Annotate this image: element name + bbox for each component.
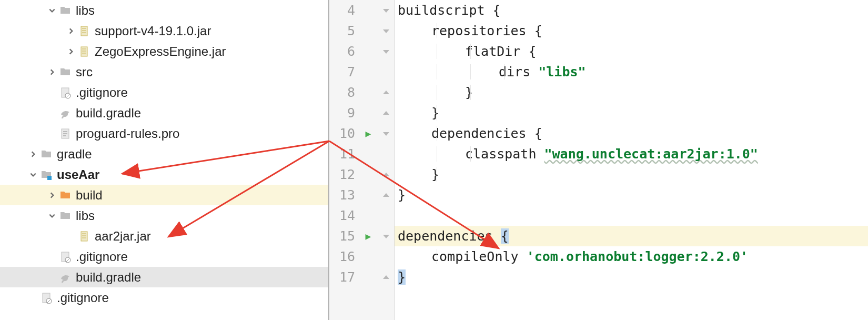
code-token: dirs (499, 64, 538, 79)
fold-gutter-icon[interactable] (378, 82, 394, 103)
fold-gutter-icon[interactable] (378, 185, 394, 205)
jar-icon (78, 25, 90, 37)
code-line[interactable]: dependencies { (395, 123, 868, 144)
folder-icon (40, 148, 53, 161)
code-token: 'com.orhanobut:logger:2.2.0' (527, 249, 748, 264)
folder-icon (59, 66, 72, 78)
code-line[interactable]: dirs "libs" (395, 62, 868, 82)
code-line[interactable]: buildscript { (395, 0, 868, 21)
proguard-rules[interactable]: proguard-rules.pro (0, 123, 328, 144)
gitignore-icon (40, 292, 53, 304)
code-line[interactable]: flatDir { (395, 41, 868, 62)
line-number: 15 (329, 226, 355, 246)
gutter-fold-markers[interactable] (378, 0, 395, 320)
line-number: 12 (329, 164, 355, 185)
jar-icon (78, 230, 90, 243)
tree-item-label: .gitignore (76, 249, 128, 264)
code-editor[interactable]: 4567891011121314151617 ▶▶ buildscript {r… (329, 0, 868, 320)
fold-gutter-icon[interactable] (378, 164, 394, 185)
chevron-right-icon[interactable] (66, 26, 76, 36)
code-line[interactable]: } (395, 103, 868, 123)
tree-item-label: src (76, 65, 93, 79)
line-number: 16 (329, 246, 355, 267)
build-folder[interactable]: build (0, 185, 328, 205)
chevron-right-icon[interactable] (47, 191, 57, 200)
svg-rect-0 (81, 26, 87, 36)
line-number: 6 (329, 41, 355, 62)
code-token: "libs" (538, 64, 586, 79)
tree-item-label: build.gradle (76, 106, 141, 121)
fold-gutter-icon (378, 246, 394, 267)
line-number: 11 (329, 144, 355, 164)
gitignore-icon (59, 86, 72, 99)
chevron-down-icon[interactable] (47, 6, 57, 15)
fold-gutter-icon[interactable] (378, 267, 394, 287)
chevron-down-icon[interactable] (28, 170, 38, 179)
code-token: } (465, 85, 473, 100)
libs-folder[interactable]: libs (0, 0, 328, 21)
gradle-folder[interactable]: gradle (0, 144, 328, 164)
tree-item-label: ZegoExpressEngine.jar (95, 44, 226, 59)
build-gradle-2[interactable]: build.gradle (0, 267, 328, 287)
code-line[interactable]: } (395, 267, 868, 287)
code-line[interactable]: } (395, 164, 868, 185)
jar-aar2jar[interactable]: aar2jar.jar (0, 226, 328, 246)
line-number: 14 (329, 205, 355, 226)
jar-zego[interactable]: ZegoExpressEngine.jar (0, 41, 328, 62)
svg-rect-4 (81, 47, 87, 56)
code-line[interactable]: dependencies { (395, 226, 868, 246)
code-line[interactable]: } (395, 82, 868, 103)
libs-folder-2[interactable]: libs (0, 205, 328, 226)
jar-icon (78, 45, 90, 58)
fold-gutter-icon (378, 205, 394, 226)
line-number: 9 (329, 103, 355, 123)
gutter-line-numbers: 4567891011121314151617 (329, 0, 359, 320)
fold-gutter-icon[interactable] (378, 123, 394, 144)
code-area[interactable]: buildscript {repositories {flatDir {dirs… (395, 0, 868, 320)
gitignore-1[interactable]: .gitignore (0, 82, 328, 103)
run-gutter-empty (359, 246, 378, 267)
gutter-run-markers[interactable]: ▶▶ (359, 0, 378, 320)
useaar-module[interactable]: useAar (0, 164, 328, 185)
gradle-icon (59, 107, 72, 119)
fold-gutter-icon[interactable] (378, 226, 394, 246)
line-number: 17 (329, 267, 355, 287)
svg-rect-16 (81, 232, 87, 241)
code-line[interactable]: repositories { (395, 21, 868, 41)
fold-gutter-icon[interactable] (378, 41, 394, 62)
textfile-icon (59, 127, 72, 140)
run-gutter-empty (359, 103, 378, 123)
chevron-right-icon[interactable] (28, 149, 38, 159)
code-line[interactable]: classpath "wang.unclecat:aar2jar:1.0" (395, 144, 868, 164)
chevron-down-icon[interactable] (47, 211, 57, 221)
gitignore-3[interactable]: .gitignore (0, 287, 328, 308)
fold-gutter-icon[interactable] (378, 0, 394, 21)
run-gutter-icon[interactable]: ▶ (359, 226, 378, 246)
chevron-right-icon[interactable] (66, 47, 76, 56)
code-token: repositories { (431, 23, 542, 38)
run-gutter-empty (359, 144, 378, 164)
line-number: 8 (329, 82, 355, 103)
run-gutter-icon[interactable]: ▶ (359, 123, 378, 144)
chevron-right-icon[interactable] (47, 67, 57, 77)
code-token: flatDir { (465, 44, 536, 59)
jar-support-v4[interactable]: support-v4-19.1.0.jar (0, 21, 328, 41)
run-gutter-empty (359, 82, 378, 103)
tree-item-label: support-v4-19.1.0.jar (95, 24, 211, 38)
tree-item-label: libs (76, 208, 95, 223)
code-line[interactable]: compileOnly 'com.orhanobut:logger:2.2.0' (395, 246, 868, 267)
fold-gutter-icon[interactable] (378, 21, 394, 41)
run-gutter-empty (359, 62, 378, 82)
code-token: "wang.unclecat:aar2jar:1.0" (544, 146, 758, 162)
fold-gutter-icon[interactable] (378, 103, 394, 123)
code-token: dependencies { (431, 126, 542, 141)
tree-item-label: useAar (57, 167, 99, 182)
project-tree[interactable]: libssupport-v4-19.1.0.jarZegoExpressEngi… (0, 0, 329, 320)
gitignore-2[interactable]: .gitignore (0, 246, 328, 267)
src-folder[interactable]: src (0, 62, 328, 82)
build-gradle-1[interactable]: build.gradle (0, 103, 328, 123)
run-gutter-empty (359, 21, 378, 41)
svg-rect-15 (47, 176, 52, 180)
code-line[interactable] (395, 205, 868, 226)
code-line[interactable]: } (395, 185, 868, 205)
